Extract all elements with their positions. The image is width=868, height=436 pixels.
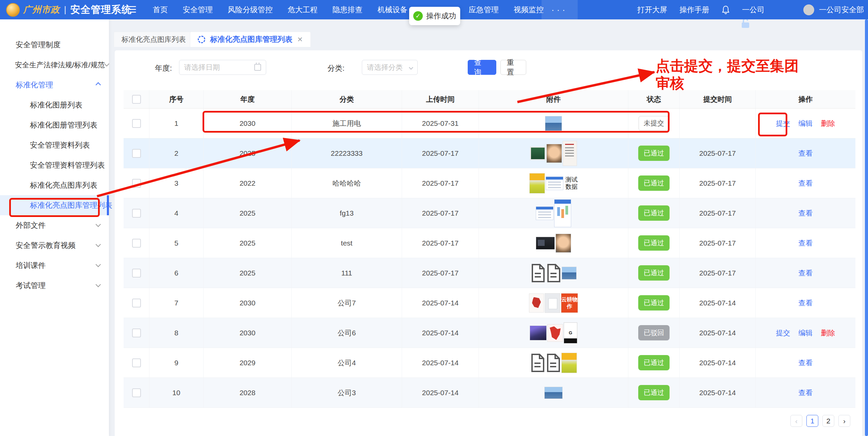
cell-upload-time: 2025-07-14 <box>402 378 479 407</box>
attachment-thumbnail[interactable] <box>545 116 562 131</box>
nav-more-menu[interactable]: ··· <box>542 0 578 19</box>
sidebar-item-external-files[interactable]: 外部文件 <box>0 215 109 235</box>
row-checkbox[interactable] <box>132 119 141 128</box>
year-date-picker[interactable]: 请选择日期 <box>179 60 266 75</box>
view-link[interactable]: 查看 <box>799 149 813 158</box>
sidebar-item-safety-rules[interactable]: 安全管理制度 <box>0 35 109 55</box>
attachment-thumbnail[interactable] <box>536 206 553 220</box>
refresh-icon[interactable] <box>198 36 205 43</box>
view-link[interactable]: 查看 <box>799 208 813 218</box>
sidebar-item-atlas-list[interactable]: 标准化图册列表 <box>0 95 109 115</box>
attachment-thumbnail[interactable] <box>546 177 563 190</box>
row-checkbox[interactable] <box>132 299 141 307</box>
cell-submit-time: 2025-07-17 <box>680 138 756 168</box>
open-big-screen-link[interactable]: 打开大屏 <box>637 5 667 15</box>
attachment-thumbnail[interactable] <box>546 144 562 163</box>
submit-link[interactable]: 提交 <box>776 119 790 128</box>
edit-link[interactable]: 编辑 <box>799 328 813 338</box>
attachment-thumbnail[interactable]: G <box>564 322 577 343</box>
header-category: 分类 <box>292 90 402 108</box>
submit-link[interactable]: 提交 <box>776 328 790 338</box>
attachment-thumbnail[interactable] <box>547 324 563 342</box>
manual-link[interactable]: 操作手册 <box>679 5 709 15</box>
attachment-thumbnail[interactable] <box>545 293 560 313</box>
select-placeholder: 请选择分类 <box>367 63 403 72</box>
attachment-thumbnail[interactable] <box>556 234 571 253</box>
attachment-thumbnail[interactable] <box>530 325 547 340</box>
attachment-thumbnail[interactable] <box>554 199 571 227</box>
attachment-thumbnail[interactable]: 云耕物作 <box>561 293 578 313</box>
sidebar-item-label: 安全管理资料管理列表 <box>30 160 105 170</box>
row-checkbox[interactable] <box>132 149 141 158</box>
user-avatar[interactable] <box>803 4 814 15</box>
sidebar-item-standardization[interactable]: 标准化管理 <box>0 75 109 95</box>
collapse-menu-icon[interactable]: ☰ <box>129 0 136 19</box>
nav-item-hazard[interactable]: 隐患排查 <box>333 5 363 15</box>
attachment-thumbnail[interactable] <box>536 237 555 250</box>
sidebar-item-training-courseware[interactable]: 培训课件 <box>0 255 109 275</box>
header-upload-time: 上传时间 <box>402 90 479 108</box>
row-checkbox[interactable] <box>132 358 141 367</box>
page-button-2[interactable]: 2 <box>822 415 834 427</box>
row-checkbox[interactable] <box>132 179 141 188</box>
cell-seq: 2 <box>149 138 204 168</box>
page-button-1[interactable]: 1 <box>806 415 818 427</box>
nav-item-home[interactable]: 首页 <box>153 5 168 15</box>
category-select[interactable]: 请选择分类 <box>362 60 418 75</box>
row-checkbox[interactable] <box>132 209 141 218</box>
attachment-thumbnail[interactable] <box>561 353 577 373</box>
document-file-icon[interactable] <box>546 264 561 282</box>
document-file-icon[interactable] <box>530 354 545 372</box>
sidebar-item-safety-docs-manage-list[interactable]: 安全管理资料管理列表 <box>0 155 109 175</box>
edit-link[interactable]: 编辑 <box>799 119 813 128</box>
user-zone[interactable]: 一公司安全部 <box>803 0 864 19</box>
nav-item-major-projects[interactable]: 危大工程 <box>288 5 318 15</box>
document-file-icon[interactable] <box>530 264 545 282</box>
attachment-thumbnail[interactable] <box>529 173 545 194</box>
sidebar-item-highlight-gallery-manage-list[interactable]: 标准化亮点图库管理列表 <box>0 195 109 215</box>
prev-page-button[interactable]: ‹ <box>790 415 802 427</box>
row-checkbox[interactable] <box>132 388 141 397</box>
view-link[interactable]: 查看 <box>799 268 813 278</box>
delete-link[interactable]: 删除 <box>821 328 835 338</box>
reset-button[interactable]: 重 置 <box>500 60 526 75</box>
tab-highlight-gallery-manage-list[interactable]: 标准化亮点图库管理列表 ✕ <box>190 32 311 47</box>
sidebar-item-atlas-manage-list[interactable]: 标准化图册管理列表 <box>0 115 109 135</box>
sidebar-item-highlight-gallery-list[interactable]: 标准化亮点图库列表 <box>0 175 109 195</box>
delete-link[interactable]: 删除 <box>821 119 835 128</box>
cell-submit-time: 2025-07-17 <box>680 258 756 288</box>
table-row: 2 2025 22223333 2025-07-17 已通过 2025-07-1… <box>124 138 855 168</box>
select-all-checkbox[interactable] <box>132 95 141 104</box>
nav-item-machinery[interactable]: 机械设备 <box>377 5 407 15</box>
sidebar-item-safety-docs-list[interactable]: 安全管理资料列表 <box>0 135 109 155</box>
view-link[interactable]: 查看 <box>799 238 813 248</box>
attachment-thumbnail[interactable] <box>563 141 577 166</box>
nav-item-video[interactable]: 视频监控 <box>514 5 544 15</box>
view-link[interactable]: 查看 <box>799 358 813 368</box>
sidebar-item-laws[interactable]: 安全生产法律法规/标准/规范 <box>0 55 109 75</box>
tab-close-icon[interactable]: ✕ <box>297 35 303 44</box>
vertical-scrollbar[interactable] <box>865 19 868 436</box>
notification-bell-icon[interactable] <box>722 5 730 14</box>
next-page-button[interactable]: › <box>838 415 850 427</box>
search-button[interactable]: 查 询 <box>468 60 496 75</box>
attachment-thumbnail[interactable] <box>562 267 577 280</box>
view-link[interactable]: 查看 <box>799 179 813 188</box>
view-link[interactable]: 查看 <box>799 298 813 308</box>
cell-upload-time: 2025-07-14 <box>402 318 479 348</box>
view-link[interactable]: 查看 <box>799 388 813 398</box>
attachment-thumbnail[interactable] <box>529 294 544 313</box>
nav-item-emergency[interactable]: 应急管理 <box>469 5 499 15</box>
attachment-thumbnail[interactable] <box>530 147 546 160</box>
row-checkbox[interactable] <box>132 329 141 337</box>
nav-item-risk[interactable]: 风险分级管控 <box>228 5 273 15</box>
sidebar-item-warning-videos[interactable]: 安全警示教育视频 <box>0 235 109 255</box>
company-switcher[interactable]: 一公司 <box>742 5 765 15</box>
document-file-icon[interactable] <box>546 354 561 372</box>
row-checkbox[interactable] <box>132 239 141 248</box>
attachment-thumbnail[interactable] <box>544 387 563 399</box>
chevron-down-icon <box>96 282 101 287</box>
nav-item-safety[interactable]: 安全管理 <box>183 5 213 15</box>
row-checkbox[interactable] <box>132 269 141 278</box>
sidebar-item-exam-management[interactable]: 考试管理 <box>0 275 109 296</box>
